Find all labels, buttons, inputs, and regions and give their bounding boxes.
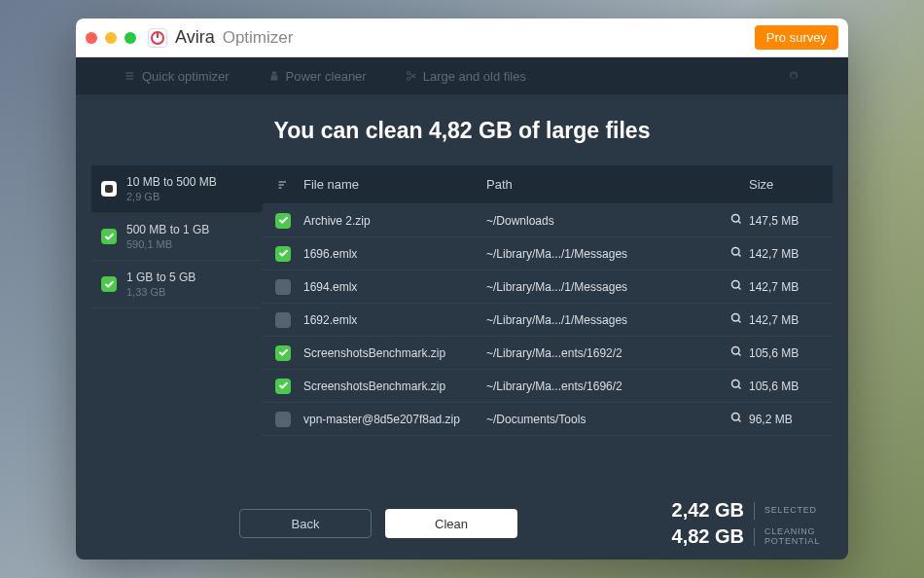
brand-name: Avira xyxy=(175,27,215,48)
tab-settings[interactable] xyxy=(768,57,819,94)
svg-rect-0 xyxy=(126,72,134,74)
svg-point-14 xyxy=(732,414,740,421)
range-size: 2,9 GB xyxy=(126,191,217,202)
reveal-in-finder-icon[interactable] xyxy=(730,379,742,393)
selected-size: 2,42 GB xyxy=(666,499,744,522)
file-size: 142,7 MB xyxy=(749,247,833,261)
file-size: 147,5 MB xyxy=(749,214,833,228)
file-size: 142,7 MB xyxy=(749,280,833,294)
sidebar-range-item[interactable]: 10 MB to 500 MB2,9 GB xyxy=(91,165,263,213)
potential-size: 4,82 GB xyxy=(666,525,744,548)
file-name: ScreenshotsBenchmark.zip xyxy=(303,379,486,393)
reveal-in-finder-icon[interactable] xyxy=(730,246,742,261)
file-checkbox[interactable] xyxy=(275,312,291,328)
svg-point-8 xyxy=(732,215,740,223)
gear-icon xyxy=(788,70,800,82)
table-row[interactable]: Archive 2.zip~/Downloads147,5 MB xyxy=(263,204,833,237)
file-checkbox[interactable] xyxy=(275,345,291,361)
file-size: 142,7 MB xyxy=(749,313,833,327)
range-size: 590,1 MB xyxy=(126,238,209,250)
svg-point-10 xyxy=(732,281,740,289)
table-body[interactable]: Archive 2.zip~/Downloads147,5 MB1696.eml… xyxy=(263,204,833,488)
svg-point-13 xyxy=(732,380,740,388)
reveal-in-finder-icon[interactable] xyxy=(730,213,742,228)
reveal-in-finder-icon[interactable] xyxy=(730,312,742,327)
svg-point-11 xyxy=(732,314,740,322)
range-checkbox[interactable] xyxy=(101,181,117,197)
file-checkbox[interactable] xyxy=(275,279,291,295)
file-checkbox[interactable] xyxy=(275,213,291,229)
sort-icon xyxy=(277,179,289,191)
range-checkbox[interactable] xyxy=(101,276,117,292)
file-path: ~/Library/Ma.../1/Messages xyxy=(486,313,724,327)
potential-label: CLEANING POTENTIAL xyxy=(764,527,821,547)
table-row[interactable]: ScreenshotsBenchmark.zip~/Library/Ma...e… xyxy=(263,337,833,370)
table-row[interactable]: 1694.emlx~/Library/Ma.../1/Messages142,7… xyxy=(263,271,833,304)
tabs: Quick optimizer Power cleaner Large and … xyxy=(76,57,848,94)
svg-point-3 xyxy=(407,72,409,75)
file-name: Archive 2.zip xyxy=(303,214,486,228)
sidebar-range-item[interactable]: 500 MB to 1 GB590,1 MB xyxy=(91,213,263,261)
footer-stats: 2,42 GB SELECTED 4,82 GB CLEANING POTENT… xyxy=(666,499,821,548)
titlebar: Avira Optimizer Pro survey xyxy=(76,18,848,57)
svg-rect-5 xyxy=(279,181,287,183)
footer: Back Clean 2,42 GB SELECTED 4,82 GB CLEA… xyxy=(76,488,848,560)
file-path: ~/Downloads xyxy=(486,214,724,228)
tab-quick-optimizer[interactable]: Quick optimizer xyxy=(105,57,249,94)
pro-survey-button[interactable]: Pro survey xyxy=(755,25,838,50)
file-size: 96,2 MB xyxy=(749,413,833,426)
column-size[interactable]: Size xyxy=(749,177,833,192)
table-row[interactable]: 1696.emlx~/Library/Ma.../1/Messages142,7… xyxy=(263,237,833,271)
window-controls xyxy=(86,32,136,44)
reveal-in-finder-icon[interactable] xyxy=(730,345,742,360)
file-path: ~/Documents/Tools xyxy=(486,413,724,426)
column-path[interactable]: Path xyxy=(486,177,724,192)
clean-button[interactable]: Clean xyxy=(385,509,517,538)
svg-point-9 xyxy=(732,248,740,256)
file-table: File name Path Size Archive 2.zip~/Downl… xyxy=(263,165,833,488)
stat-potential: 4,82 GB CLEANING POTENTIAL xyxy=(666,525,821,548)
range-checkbox[interactable] xyxy=(101,229,117,244)
reveal-in-finder-icon[interactable] xyxy=(730,279,742,294)
range-label: 1 GB to 5 GB xyxy=(126,271,195,284)
table-row[interactable]: 1692.emlx~/Library/Ma.../1/Messages142,7… xyxy=(263,304,833,337)
range-size: 1,33 GB xyxy=(126,286,195,298)
file-checkbox[interactable] xyxy=(275,379,291,394)
app-window: Avira Optimizer Pro survey Quick optimiz… xyxy=(76,18,848,560)
tab-label: Large and old files xyxy=(423,69,526,84)
file-size: 105,6 MB xyxy=(749,379,833,393)
file-checkbox[interactable] xyxy=(275,246,291,262)
sidebar-range-item[interactable]: 1 GB to 5 GB1,33 GB xyxy=(91,261,263,308)
reveal-in-finder-icon[interactable] xyxy=(730,412,742,426)
svg-rect-7 xyxy=(279,187,282,189)
tab-large-old-files[interactable]: Large and old files xyxy=(386,57,546,94)
stat-selected: 2,42 GB SELECTED xyxy=(666,499,821,522)
selected-label: SELECTED xyxy=(764,506,821,516)
range-label: 10 MB to 500 MB xyxy=(126,175,217,189)
brush-icon xyxy=(268,70,280,82)
file-name: vpn-master@8d5e207f8ad.zip xyxy=(303,413,486,426)
sort-button[interactable] xyxy=(263,179,303,191)
minimize-button[interactable] xyxy=(105,32,117,44)
content: 10 MB to 500 MB2,9 GB500 MB to 1 GB590,1… xyxy=(76,165,848,488)
file-name: 1696.emlx xyxy=(303,247,486,261)
tab-label: Power cleaner xyxy=(286,69,367,84)
size-ranges-sidebar: 10 MB to 500 MB2,9 GB500 MB to 1 GB590,1… xyxy=(91,165,263,488)
table-row[interactable]: vpn-master@8d5e207f8ad.zip~/Documents/To… xyxy=(263,403,833,436)
maximize-button[interactable] xyxy=(124,32,136,44)
file-path: ~/Library/Ma.../1/Messages xyxy=(486,247,724,261)
close-button[interactable] xyxy=(86,32,97,44)
file-size: 105,6 MB xyxy=(749,346,833,360)
range-label: 500 MB to 1 GB xyxy=(126,223,209,236)
file-checkbox[interactable] xyxy=(275,412,291,427)
back-button[interactable]: Back xyxy=(239,509,372,538)
file-name: ScreenshotsBenchmark.zip xyxy=(303,346,486,360)
tab-power-cleaner[interactable]: Power cleaner xyxy=(249,57,386,94)
app-title: Avira Optimizer xyxy=(148,27,755,48)
svg-rect-2 xyxy=(126,78,134,80)
file-name: 1694.emlx xyxy=(303,280,486,294)
svg-rect-1 xyxy=(126,75,134,77)
table-row[interactable]: ScreenshotsBenchmark.zip~/Library/Ma...e… xyxy=(263,370,833,403)
column-name[interactable]: File name xyxy=(303,177,486,192)
list-icon xyxy=(124,70,136,82)
